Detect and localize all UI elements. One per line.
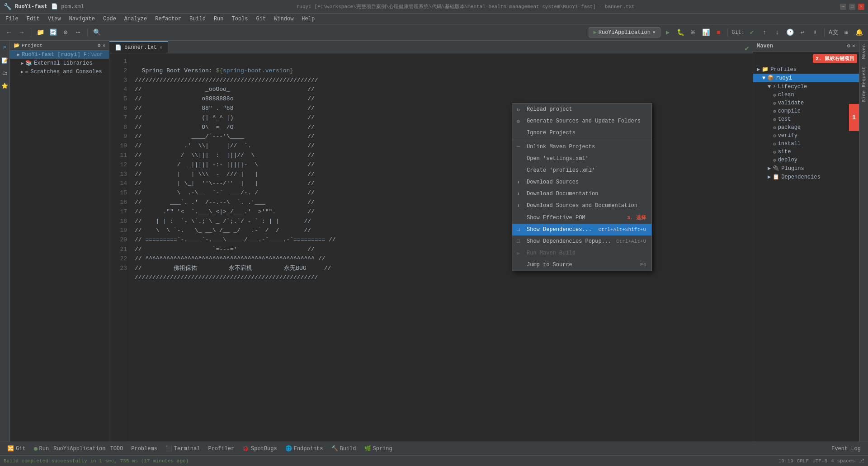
- code-content[interactable]: Spring Boot Version: ${spring-boot.versi…: [129, 53, 753, 442]
- git-tab-label: Git: [16, 446, 26, 452]
- more-button[interactable]: ⋯: [73, 27, 84, 38]
- pom-tab[interactable]: 📄 pom.xml: [51, 3, 84, 10]
- menu-view[interactable]: View: [44, 15, 65, 23]
- stop-button[interactable]: ■: [713, 27, 724, 38]
- layout-button[interactable]: ⊞: [841, 27, 852, 38]
- spring-tab[interactable]: 🌿 Spring: [361, 444, 396, 453]
- maven-deploy[interactable]: ⚙ deploy: [753, 156, 859, 164]
- back-button[interactable]: ←: [4, 27, 14, 38]
- maven-clean[interactable]: ⚙ clean: [753, 91, 859, 99]
- ctx-download-both[interactable]: ⬇ Download Sources and Documentation: [512, 200, 651, 212]
- close-button[interactable]: ✕: [858, 4, 864, 10]
- maven-package[interactable]: ⚙ package: [753, 123, 859, 132]
- external-libraries-item[interactable]: ▶ 📚 External Libraries: [10, 59, 109, 67]
- git-push-icon[interactable]: ↑: [759, 27, 770, 38]
- side-request-tab[interactable]: Side Request: [860, 63, 868, 106]
- tab-bar: 📄 banner.txt ✕ ✔: [109, 41, 753, 53]
- ctx-generate[interactable]: ⚙ Generate Sources and Update Folders: [512, 115, 651, 127]
- terminal-tab[interactable]: ⬛ Terminal: [162, 444, 204, 453]
- ctx-show-deps[interactable]: □ Show Dependencies... Ctrl+Alt+Shift+U: [512, 224, 651, 235]
- root-project-item[interactable]: ▶ RuoYi-fast [ruoyi] F:\wor: [10, 51, 109, 59]
- maven-test[interactable]: ⚙ test: [753, 115, 859, 123]
- maven-plugins[interactable]: ▶ 🔌 Plugins: [753, 164, 859, 173]
- maven-site[interactable]: ⚙ site: [753, 148, 859, 156]
- menu-code[interactable]: Code: [99, 15, 120, 23]
- git-fetch-icon[interactable]: ⬇: [810, 27, 821, 38]
- menu-edit[interactable]: Edit: [23, 15, 43, 23]
- settings-button[interactable]: ⚙: [60, 27, 71, 38]
- panel-close-icon[interactable]: ✕: [102, 42, 105, 48]
- maven-ruoyi-project[interactable]: ▼ 📦 ruoyi: [753, 74, 859, 82]
- maven-dependencies[interactable]: ▶ 📋 Dependencies: [753, 173, 859, 181]
- run-maven-icon: ▶: [517, 250, 520, 257]
- git-history-icon[interactable]: 🕐: [784, 27, 795, 38]
- event-log-tab[interactable]: Event Log: [828, 445, 864, 453]
- menu-window[interactable]: Window: [270, 15, 297, 23]
- git-check-icon[interactable]: ✔: [746, 27, 757, 38]
- project-icon[interactable]: P: [0, 43, 9, 52]
- menu-build[interactable]: Build: [186, 15, 209, 23]
- debug-button[interactable]: 🐛: [675, 27, 686, 38]
- notifications-button[interactable]: 🔔: [854, 27, 864, 38]
- ctx-create-profiles[interactable]: Create 'profiles.xml': [512, 165, 651, 176]
- menu-navigate[interactable]: Navigate: [65, 15, 99, 23]
- sync-button[interactable]: 🔄: [47, 27, 58, 38]
- menu-tools[interactable]: Tools: [228, 15, 252, 23]
- window-controls[interactable]: ─ □ ✕: [840, 4, 864, 10]
- maven-lifecycle[interactable]: ▼ ⚡ Lifecycle: [753, 82, 859, 91]
- git-revert-icon[interactable]: ↩: [797, 27, 808, 38]
- git-tab[interactable]: 🔀 Git: [4, 444, 29, 453]
- ctx-jump-source[interactable]: Jump to Source F4: [512, 259, 651, 271]
- verify-label: verify: [778, 132, 797, 139]
- profiler-tab[interactable]: Profiler: [204, 445, 238, 453]
- maven-settings-icon[interactable]: ⚙: [847, 42, 850, 49]
- maven-close-icon[interactable]: ✕: [852, 42, 855, 49]
- maven-compile[interactable]: ⚙ compile: [753, 107, 859, 115]
- build-tab[interactable]: 🔨 Build: [328, 444, 360, 453]
- menu-git[interactable]: Git: [253, 15, 270, 23]
- structure-icon[interactable]: 🗂: [0, 69, 9, 78]
- ctx-reload[interactable]: ↻ Reload project: [512, 104, 651, 115]
- search-button[interactable]: 🔍: [91, 27, 102, 38]
- run-button[interactable]: ▶: [662, 27, 673, 38]
- scratches-item[interactable]: ▶ ✏ Scratches and Consoles: [10, 67, 109, 76]
- commit-icon[interactable]: 📝: [0, 56, 9, 65]
- menu-help[interactable]: Help: [298, 15, 318, 23]
- coverage-button[interactable]: ⛯: [688, 27, 698, 38]
- tab-file-icon: 📄: [115, 44, 122, 51]
- ctx-ignore[interactable]: Ignore Projects: [512, 127, 651, 139]
- ctx-unlink[interactable]: — Unlink Maven Projects: [512, 141, 651, 153]
- favorites-icon[interactable]: ⭐: [0, 81, 9, 90]
- todo-tab[interactable]: TODO: [106, 445, 127, 453]
- run-tab[interactable]: Run: [30, 445, 53, 453]
- panel-settings-icon[interactable]: ⚙: [98, 42, 101, 48]
- maven-validate[interactable]: ⚙ validate: [753, 99, 859, 107]
- endpoints-tab[interactable]: 🌐 Endpoints: [282, 444, 327, 453]
- minimize-button[interactable]: ─: [840, 4, 846, 10]
- git-pull-icon[interactable]: ↓: [772, 27, 783, 38]
- ctx-open-settings[interactable]: Open 'settings.xml': [512, 153, 651, 165]
- maven-side-tab[interactable]: Maven: [860, 41, 868, 63]
- project-button[interactable]: 📁: [35, 27, 46, 38]
- spotbugs-tab[interactable]: 🐞 SpotBugs: [239, 444, 281, 453]
- maven-verify[interactable]: ⚙ verify: [753, 132, 859, 140]
- ctx-download-docs[interactable]: ⬇ Download Documentation: [512, 188, 651, 200]
- ctx-download-sources[interactable]: ⬇ Download Sources: [512, 176, 651, 188]
- menu-refactor[interactable]: Refactor: [151, 15, 185, 23]
- menu-analyze[interactable]: Analyze: [121, 15, 151, 23]
- maven-install[interactable]: ⚙ install: [753, 140, 859, 148]
- ctx-show-pom[interactable]: Show Effective POM 3. 选择: [512, 212, 651, 224]
- profile-button[interactable]: 📊: [700, 27, 711, 38]
- ctx-show-deps-popup[interactable]: □ Show Dependencies Popup... Ctrl+Alt+U: [512, 235, 651, 247]
- ctx-open-settings-label: Open 'settings.xml': [527, 155, 589, 162]
- maven-profiles[interactable]: ▶ 📁 Profiles: [753, 65, 859, 74]
- menu-file[interactable]: File: [2, 15, 22, 23]
- forward-button[interactable]: →: [16, 27, 27, 38]
- problems-tab[interactable]: Problems: [127, 445, 161, 453]
- menu-run[interactable]: Run: [210, 15, 227, 23]
- active-tab[interactable]: 📄 banner.txt ✕: [109, 41, 168, 53]
- tab-close-button[interactable]: ✕: [160, 45, 162, 50]
- translate-button[interactable]: A文: [828, 27, 839, 38]
- run-config-selector[interactable]: ▶ RuoYiApplication ▾: [589, 27, 661, 38]
- maximize-button[interactable]: □: [849, 4, 855, 10]
